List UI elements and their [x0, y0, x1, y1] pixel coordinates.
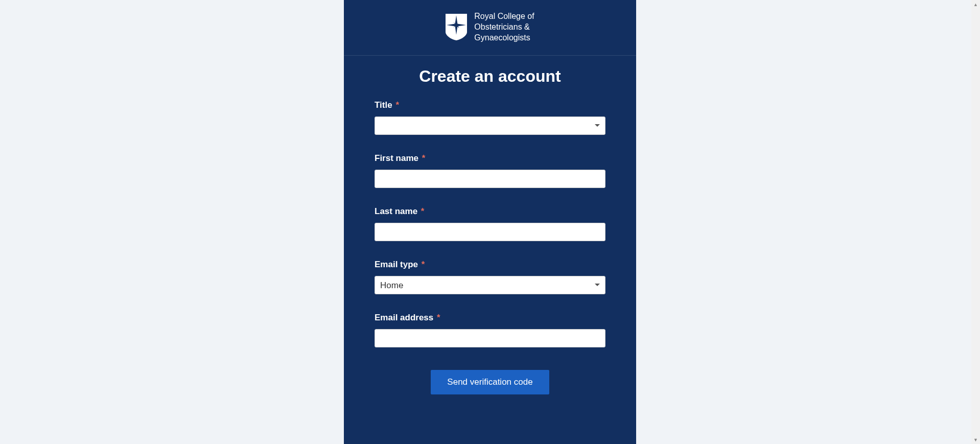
first-name-label-text: First name	[375, 153, 418, 163]
email-address-label-text: Email address	[375, 313, 433, 322]
email-type-label-text: Email type	[375, 260, 418, 269]
field-group-first-name: First name *	[375, 153, 605, 188]
field-group-email-address: Email address *	[375, 313, 605, 347]
shield-star-icon	[446, 14, 467, 40]
required-asterisk: *	[395, 100, 399, 110]
field-group-email-type: Email type * Home	[375, 260, 605, 294]
first-name-input[interactable]	[375, 170, 605, 188]
first-name-label: First name *	[375, 153, 605, 163]
email-address-input[interactable]	[375, 329, 605, 347]
required-asterisk: *	[422, 153, 426, 163]
field-group-title: Title *	[375, 100, 605, 135]
last-name-input[interactable]	[375, 223, 605, 241]
logo: Royal College of Obstetricians & Gynaeco…	[446, 11, 534, 43]
email-type-label: Email type *	[375, 260, 605, 270]
scroll-up-icon[interactable]: ▲	[971, 0, 980, 9]
email-type-select[interactable]: Home	[375, 276, 605, 294]
last-name-label: Last name *	[375, 206, 605, 217]
required-asterisk: *	[422, 260, 425, 269]
title-label-text: Title	[375, 100, 392, 110]
logo-line-1: Royal College of	[474, 11, 534, 22]
required-asterisk: *	[421, 206, 425, 216]
header: Royal College of Obstetricians & Gynaeco…	[344, 0, 636, 56]
title-select[interactable]	[375, 116, 605, 135]
logo-line-3: Gynaecologists	[474, 33, 534, 43]
form-body: Create an account Title * First name *	[344, 56, 636, 394]
page-title: Create an account	[375, 67, 605, 86]
logo-text: Royal College of Obstetricians & Gynaeco…	[474, 11, 534, 43]
field-group-last-name: Last name *	[375, 206, 605, 241]
last-name-label-text: Last name	[375, 206, 417, 216]
scroll-down-icon[interactable]: ▼	[971, 435, 980, 444]
logo-line-2: Obstetricians &	[474, 22, 534, 33]
required-asterisk: *	[437, 313, 440, 322]
send-verification-button[interactable]: Send verification code	[431, 370, 549, 394]
button-row: Send verification code	[375, 370, 605, 394]
email-address-label: Email address *	[375, 313, 605, 323]
scrollbar[interactable]: ▲ ▼	[971, 0, 980, 444]
title-label: Title *	[375, 100, 605, 110]
signup-form-panel: Royal College of Obstetricians & Gynaeco…	[344, 0, 636, 444]
